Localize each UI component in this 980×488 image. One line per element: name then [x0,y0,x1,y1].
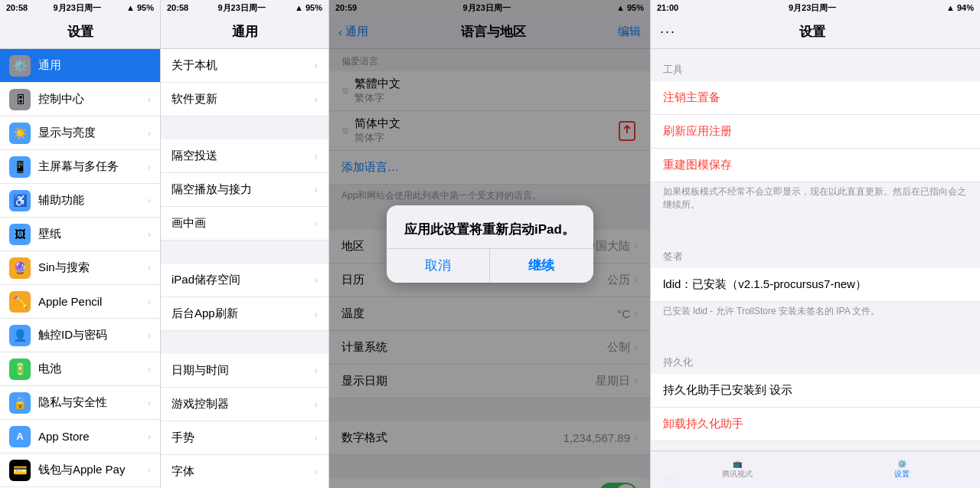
datetime-label: 日期与时间 [172,363,315,378]
tab-tencent-label: 腾讯视式 [722,469,753,480]
homescreen-icon: 📱 [9,156,31,178]
sidebar-item-battery-label: 电池 [38,362,148,376]
panel-settings-sidebar: 20:58 9月23日周一 ▲ 95% 设置 ⚙️ 通用 🎛 控制中心 › ☀️… [0,0,161,488]
status-bar-panel4: 21:00 9月23日周一 ▲ 94% [651,0,980,15]
tools-section-header: 工具 [651,49,980,81]
nav-bar-panel4: ··· 设置 [651,15,980,49]
chevron-icon: › [315,399,318,410]
chevron-icon: › [315,467,318,477]
gamecontroller-item[interactable]: 游戏控制器 › [161,388,328,421]
sidebar-item-appstore-label: App Store [38,430,148,443]
panel4-title: 设置 [799,23,825,41]
accessibility-icon: ♿ [9,190,31,211]
sidebar-item-privacy[interactable]: 🔒 隐私与安全性 › [0,386,160,420]
unregister-persistence-item[interactable]: 注销主置备 [651,81,980,115]
tab-tencent[interactable]: 📺 腾讯视式 [722,460,753,480]
sidebar-item-display[interactable]: ☀️ 显示与亮度 › [0,116,160,150]
remove-persistence-label: 卸载持久化助手 [663,417,743,431]
software-update-item[interactable]: 软件更新 › [161,83,328,116]
ldid-desc: 已安装 ldid - 允许 TrollStore 安装未签名的 IPA 文件。 [651,302,980,324]
chevron-icon: › [315,218,318,229]
font-item[interactable]: 字体 › [161,455,328,488]
remove-persistence-item[interactable]: 卸载持久化助手 [651,408,980,441]
chevron-icon: › [315,433,318,444]
dialog-cancel-button[interactable]: 取消 [387,249,491,283]
sidebar-item-control[interactable]: 🎛 控制中心 › [0,83,160,116]
general-settings-list: 关于本机 › 软件更新 › 隔空投送 › 隔空播放与接力 › 画中画 › iPa… [161,49,328,488]
panel1-title: 设置 [67,23,93,41]
chevron-icon: › [148,162,151,172]
section-divider [161,241,328,264]
sidebar-item-siri-label: Sin与搜索 [38,260,148,275]
storage-item[interactable]: iPad储存空间 › [161,264,328,297]
chevron-icon: › [315,151,318,162]
sidebar-item-general[interactable]: ⚙️ 通用 [0,49,160,83]
gesture-item[interactable]: 手势 › [161,421,328,455]
background-refresh-item[interactable]: 后台App刷新 › [161,297,328,331]
sidebar-item-wallet-label: 钱包与Apple Pay [38,463,148,477]
signal-panel4: ▲ 94% [946,3,974,12]
panel-trollstore-settings: 21:00 9月23日周一 ▲ 94% ··· 设置 工具 注销主置备 刷新应用… [651,0,980,488]
tab-tencent-icon: 📺 [733,460,742,468]
wallet-icon: 💳 [9,460,31,481]
appstore-icon: A [9,426,31,447]
section-divider [651,323,980,342]
chevron-icon: › [315,185,318,195]
privacy-icon: 🔒 [9,392,31,414]
refresh-app-registrations-label: 刷新应用注册 [663,124,732,139]
persistence-desc-item: 持久化助手已安装到 设示 [651,374,980,408]
sidebar-item-privacy-label: 隐私与安全性 [38,395,148,410]
airdrop-item[interactable]: 隔空投送 › [161,139,328,173]
status-bar-panel1: 20:58 9月23日周一 ▲ 95% [0,0,160,15]
faceid-icon: 👤 [9,325,31,346]
time-panel4: 21:00 [657,3,678,12]
sidebar-item-appstore[interactable]: A App Store › [0,420,160,454]
siri-icon: 🔮 [9,257,31,279]
font-label: 字体 [172,464,315,479]
chevron-icon: › [148,296,151,307]
settings-menu-list: ⚙️ 通用 🎛 控制中心 › ☀️ 显示与亮度 › 📱 主屏幕与多任务 › ♿ … [0,49,160,488]
ldid-item: ldid：已安装（v2.1.5-procursus7-new） [651,268,980,302]
sidebar-item-siri[interactable]: 🔮 Sin与搜索 › [0,251,160,285]
about-item[interactable]: 关于本机 › [161,49,328,83]
sidebar-item-wallet[interactable]: 💳 钱包与Apple Pay › [0,454,160,487]
title-bar-panel1: 设置 [0,15,160,49]
dialog-continue-button[interactable]: 继续 [490,249,593,283]
dialog-title: 应用此设置将重新启动iPad。 [399,221,581,239]
pip-item[interactable]: 画中画 › [161,207,328,241]
panel-language-region: 20:59 9月23日周一 ▲ 95% ‹ 通用 语言与地区 编辑 偏爱语言 ≡… [329,0,651,488]
sidebar-item-pencil[interactable]: ✏️ Apple Pencil › [0,285,160,319]
trollstore-content: 工具 注销主置备 刷新应用注册 重建图模保存 如果模板模式不经常不会立即显示，现… [651,49,980,488]
chevron-icon: › [148,195,151,206]
chevron-icon: › [148,94,151,105]
tab-bar: 📺 腾讯视式 ⚙️ 设置 [651,450,980,488]
airplay-item[interactable]: 隔空播放与接力 › [161,173,328,207]
wallpaper-icon: 🖼 [9,224,31,245]
dots-menu[interactable]: ··· [660,24,676,40]
sidebar-item-accessibility-label: 辅助功能 [38,193,148,208]
sidebar-item-battery[interactable]: 🔋 电池 › [0,352,160,386]
persistence-section-header: 持久化 [651,342,980,374]
status-bar-panel2: 20:58 9月23日周一 ▲ 95% [161,0,328,15]
sidebar-item-display-label: 显示与亮度 [38,126,148,140]
panel-general-settings: 20:58 9月23日周一 ▲ 95% 通用 关于本机 › 软件更新 › 隔空投… [161,0,329,488]
pip-label: 画中画 [172,216,315,231]
persistence-desc-label: 持久化助手已安装到 设示 [663,383,968,398]
sidebar-item-homescreen[interactable]: 📱 主屏幕与多任务 › [0,150,160,184]
tab-settings-active: ⚙️ 设置 [894,460,910,480]
sidebar-item-faceid-label: 触控ID与密码 [38,328,148,342]
airplay-label: 隔空播放与接力 [172,182,315,197]
chevron-icon: › [148,398,151,408]
sidebar-item-accessibility[interactable]: ♿ 辅助功能 › [0,184,160,218]
sidebar-item-wallpaper[interactable]: 🖼 壁纸 › [0,218,160,251]
signal-panel1: ▲ 95% [126,3,154,12]
chevron-icon: › [148,128,151,139]
rebuild-icon-cache-item[interactable]: 重建图模保存 [651,149,980,182]
battery-icon: 🔋 [9,359,31,380]
refresh-app-registrations-item[interactable]: 刷新应用注册 [651,115,980,149]
dialog-content: 应用此设置将重新启动iPad。 [387,205,593,248]
sidebar-item-faceid[interactable]: 👤 触控ID与密码 › [0,319,160,352]
datetime-item[interactable]: 日期与时间 › [161,354,328,388]
sidebar-item-pencil-label: Apple Pencil [38,295,148,308]
signal-panel2: ▲ 95% [295,3,322,12]
